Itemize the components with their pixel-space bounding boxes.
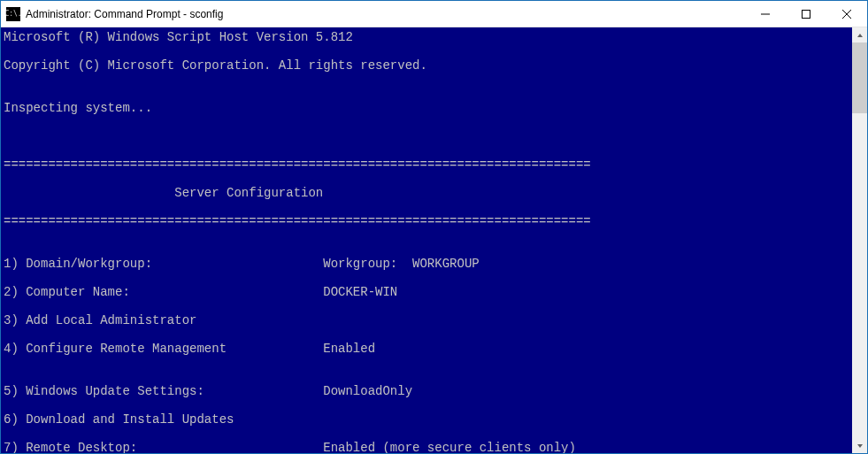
separator-bottom: ========================================… <box>4 214 852 228</box>
menu-item-1-value: Workgroup: WORKGROUP <box>323 257 479 271</box>
window-controls <box>745 1 867 27</box>
menu-item-5-label: 5) Windows Update Settings: <box>4 384 323 398</box>
menu-item-2-label: 2) Computer Name: <box>4 285 323 299</box>
menu-item-6-label: 6) Download and Install Updates <box>4 412 234 427</box>
menu-item-4-label: 4) Configure Remote Management <box>4 342 323 356</box>
menu-item-5-value: DownloadOnly <box>323 384 412 398</box>
header-line-1: Microsoft (R) Windows Script Host Versio… <box>4 30 852 44</box>
menu-item-2: 2) Computer Name:DOCKER-WIN <box>4 285 852 299</box>
menu-item-1-label: 1) Domain/Workgroup: <box>4 257 323 271</box>
svg-marker-4 <box>857 34 863 37</box>
scrollbar-track[interactable] <box>852 42 867 438</box>
menu-item-4: 4) Configure Remote ManagementEnabled <box>4 342 852 356</box>
menu-item-3: 3) Add Local Administrator <box>4 313 852 327</box>
menu-item-7: 7) Remote Desktop:Enabled (more secure c… <box>4 441 852 453</box>
maximize-button[interactable] <box>786 1 826 27</box>
window-title: Administrator: Command Prompt - sconfig <box>26 8 745 20</box>
menu-item-5: 5) Windows Update Settings:DownloadOnly <box>4 384 852 398</box>
scroll-down-button[interactable] <box>852 438 867 453</box>
titlebar: C:\. Administrator: Command Prompt - sco… <box>1 1 867 27</box>
scrollbar-thumb[interactable] <box>852 42 867 113</box>
console-container: Microsoft (R) Windows Script Host Versio… <box>1 27 867 453</box>
inspecting-line: Inspecting system... <box>4 101 852 115</box>
separator-top: ========================================… <box>4 158 852 172</box>
cmd-icon-text: C:\. <box>4 11 21 18</box>
close-button[interactable] <box>826 1 867 27</box>
menu-item-7-value: Enabled (more secure clients only) <box>323 441 576 453</box>
minimize-button[interactable] <box>745 1 786 27</box>
header-line-2: Copyright (C) Microsoft Corporation. All… <box>4 58 852 73</box>
scroll-up-button[interactable] <box>852 27 867 42</box>
menu-item-2-value: DOCKER-WIN <box>323 285 397 299</box>
menu-item-7-label: 7) Remote Desktop: <box>4 441 323 453</box>
cmd-icon: C:\. <box>6 7 20 21</box>
svg-marker-5 <box>857 444 863 448</box>
menu-item-6: 6) Download and Install Updates <box>4 412 852 427</box>
menu-item-4-value: Enabled <box>323 342 375 356</box>
menu-item-1: 1) Domain/Workgroup:Workgroup: WORKGROUP <box>4 257 852 271</box>
svg-rect-1 <box>803 10 810 18</box>
vertical-scrollbar[interactable] <box>852 27 867 453</box>
section-title: Server Configuration <box>4 186 852 200</box>
menu-item-3-label: 3) Add Local Administrator <box>4 313 196 327</box>
console-output[interactable]: Microsoft (R) Windows Script Host Versio… <box>1 27 852 453</box>
